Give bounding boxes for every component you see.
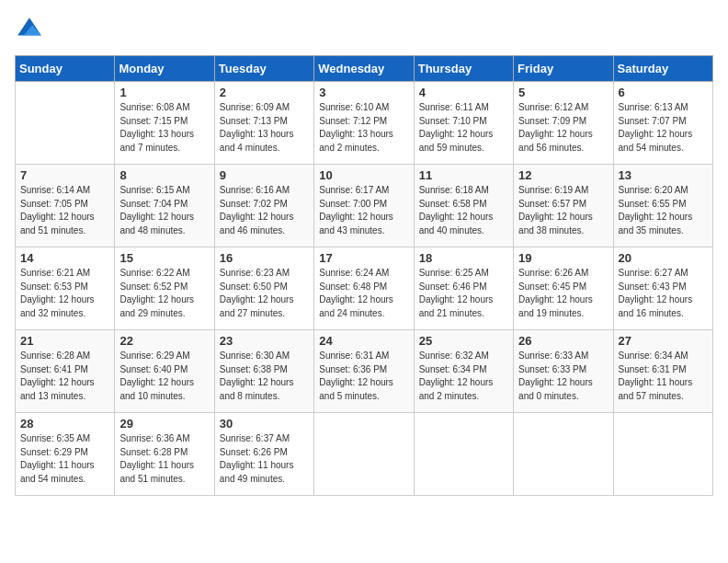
day-number: 30	[220, 417, 309, 431]
day-number: 28	[20, 417, 109, 431]
cell-info: Sunrise: 6:30 AM Sunset: 6:38 PM Dayligh…	[220, 350, 309, 403]
day-number: 11	[419, 168, 508, 182]
day-number: 8	[119, 168, 209, 182]
col-header-saturday: Saturday	[613, 56, 712, 82]
day-number: 27	[619, 334, 708, 348]
day-number: 18	[419, 251, 508, 265]
calendar-cell: 12Sunrise: 6:19 AM Sunset: 6:57 PM Dayli…	[514, 165, 613, 247]
calendar-cell	[414, 413, 513, 496]
calendar-cell: 29Sunrise: 6:36 AM Sunset: 6:28 PM Dayli…	[115, 413, 214, 496]
cell-info: Sunrise: 6:34 AM Sunset: 6:31 PM Dayligh…	[619, 350, 708, 403]
cell-info: Sunrise: 6:18 AM Sunset: 6:58 PM Dayligh…	[419, 184, 508, 237]
calendar-cell: 5Sunrise: 6:12 AM Sunset: 7:09 PM Daylig…	[514, 82, 613, 165]
cell-info: Sunrise: 6:12 AM Sunset: 7:09 PM Dayligh…	[518, 101, 608, 155]
cell-info: Sunrise: 6:28 AM Sunset: 6:41 PM Dayligh…	[20, 350, 109, 403]
calendar-cell: 16Sunrise: 6:23 AM Sunset: 6:50 PM Dayli…	[214, 247, 313, 330]
cell-info: Sunrise: 6:23 AM Sunset: 6:50 PM Dayligh…	[220, 267, 309, 320]
calendar-cell	[514, 413, 613, 496]
calendar-cell: 10Sunrise: 6:17 AM Sunset: 7:00 PM Dayli…	[314, 165, 414, 247]
calendar-cell: 18Sunrise: 6:25 AM Sunset: 6:46 PM Dayli…	[414, 247, 513, 330]
day-number: 23	[220, 334, 309, 348]
calendar-cell: 20Sunrise: 6:27 AM Sunset: 6:43 PM Dayli…	[613, 247, 712, 330]
col-header-thursday: Thursday	[414, 56, 513, 82]
calendar-cell: 24Sunrise: 6:31 AM Sunset: 6:36 PM Dayli…	[314, 330, 414, 413]
day-number: 26	[518, 334, 608, 348]
calendar-cell: 26Sunrise: 6:33 AM Sunset: 6:33 PM Dayli…	[514, 330, 613, 413]
cell-info: Sunrise: 6:22 AM Sunset: 6:52 PM Dayligh…	[119, 267, 209, 320]
day-number: 10	[319, 168, 408, 182]
day-number: 16	[220, 251, 309, 265]
day-number: 6	[619, 86, 708, 99]
day-number: 15	[119, 251, 209, 265]
calendar-cell: 3Sunrise: 6:10 AM Sunset: 7:12 PM Daylig…	[314, 82, 414, 165]
day-number: 20	[619, 251, 708, 265]
calendar-cell: 7Sunrise: 6:14 AM Sunset: 7:05 PM Daylig…	[16, 165, 115, 247]
day-number: 24	[319, 334, 408, 348]
day-number: 22	[119, 334, 209, 348]
day-number: 1	[119, 86, 209, 99]
calendar-week-1: 1Sunrise: 6:08 AM Sunset: 7:15 PM Daylig…	[16, 82, 713, 165]
cell-info: Sunrise: 6:26 AM Sunset: 6:45 PM Dayligh…	[518, 267, 608, 320]
day-number: 12	[518, 168, 608, 182]
day-number: 2	[220, 86, 309, 99]
calendar-cell: 27Sunrise: 6:34 AM Sunset: 6:31 PM Dayli…	[613, 330, 712, 413]
day-number: 25	[419, 334, 508, 348]
day-number: 17	[319, 251, 408, 265]
cell-info: Sunrise: 6:21 AM Sunset: 6:53 PM Dayligh…	[20, 267, 109, 320]
calendar-cell: 1Sunrise: 6:08 AM Sunset: 7:15 PM Daylig…	[115, 82, 214, 165]
col-header-friday: Friday	[514, 56, 613, 82]
calendar-cell: 11Sunrise: 6:18 AM Sunset: 6:58 PM Dayli…	[414, 165, 513, 247]
calendar-table: SundayMondayTuesdayWednesdayThursdayFrid…	[15, 55, 713, 496]
calendar-cell	[314, 413, 414, 496]
cell-info: Sunrise: 6:13 AM Sunset: 7:07 PM Dayligh…	[619, 101, 708, 155]
cell-info: Sunrise: 6:24 AM Sunset: 6:48 PM Dayligh…	[319, 267, 408, 320]
cell-info: Sunrise: 6:08 AM Sunset: 7:15 PM Dayligh…	[119, 101, 209, 155]
cell-info: Sunrise: 6:31 AM Sunset: 6:36 PM Dayligh…	[319, 350, 408, 403]
logo	[15, 15, 50, 44]
header	[15, 15, 713, 44]
logo-icon	[15, 15, 44, 44]
day-number: 5	[518, 86, 608, 99]
calendar-cell: 19Sunrise: 6:26 AM Sunset: 6:45 PM Dayli…	[514, 247, 613, 330]
calendar-week-5: 28Sunrise: 6:35 AM Sunset: 6:29 PM Dayli…	[16, 413, 713, 496]
calendar-week-3: 14Sunrise: 6:21 AM Sunset: 6:53 PM Dayli…	[16, 247, 713, 330]
cell-info: Sunrise: 6:35 AM Sunset: 6:29 PM Dayligh…	[20, 432, 109, 486]
col-header-monday: Monday	[115, 56, 214, 82]
day-number: 3	[319, 86, 408, 99]
calendar-cell: 22Sunrise: 6:29 AM Sunset: 6:40 PM Dayli…	[115, 330, 214, 413]
calendar-cell: 2Sunrise: 6:09 AM Sunset: 7:13 PM Daylig…	[214, 82, 313, 165]
calendar-cell: 6Sunrise: 6:13 AM Sunset: 7:07 PM Daylig…	[613, 82, 712, 165]
calendar-cell: 23Sunrise: 6:30 AM Sunset: 6:38 PM Dayli…	[214, 330, 313, 413]
col-header-tuesday: Tuesday	[214, 56, 313, 82]
cell-info: Sunrise: 6:37 AM Sunset: 6:26 PM Dayligh…	[220, 432, 309, 486]
cell-info: Sunrise: 6:09 AM Sunset: 7:13 PM Dayligh…	[220, 101, 309, 155]
day-number: 29	[119, 417, 209, 431]
cell-info: Sunrise: 6:10 AM Sunset: 7:12 PM Dayligh…	[319, 101, 408, 155]
cell-info: Sunrise: 6:20 AM Sunset: 6:55 PM Dayligh…	[619, 184, 708, 237]
calendar-cell: 21Sunrise: 6:28 AM Sunset: 6:41 PM Dayli…	[16, 330, 115, 413]
cell-info: Sunrise: 6:27 AM Sunset: 6:43 PM Dayligh…	[619, 267, 708, 320]
calendar-cell	[613, 413, 712, 496]
cell-info: Sunrise: 6:36 AM Sunset: 6:28 PM Dayligh…	[119, 432, 209, 486]
day-number: 7	[20, 168, 109, 182]
calendar-week-2: 7Sunrise: 6:14 AM Sunset: 7:05 PM Daylig…	[16, 165, 713, 247]
day-number: 21	[20, 334, 109, 348]
day-number: 14	[20, 251, 109, 265]
day-number: 4	[419, 86, 508, 99]
day-number: 13	[619, 168, 708, 182]
calendar-cell: 9Sunrise: 6:16 AM Sunset: 7:02 PM Daylig…	[214, 165, 313, 247]
cell-info: Sunrise: 6:25 AM Sunset: 6:46 PM Dayligh…	[419, 267, 508, 320]
calendar-cell: 25Sunrise: 6:32 AM Sunset: 6:34 PM Dayli…	[414, 330, 513, 413]
day-number: 19	[518, 251, 608, 265]
calendar-cell: 17Sunrise: 6:24 AM Sunset: 6:48 PM Dayli…	[314, 247, 414, 330]
col-header-wednesday: Wednesday	[314, 56, 414, 82]
cell-info: Sunrise: 6:29 AM Sunset: 6:40 PM Dayligh…	[119, 350, 209, 403]
calendar-week-4: 21Sunrise: 6:28 AM Sunset: 6:41 PM Dayli…	[16, 330, 713, 413]
cell-info: Sunrise: 6:11 AM Sunset: 7:10 PM Dayligh…	[419, 101, 508, 155]
calendar-cell: 14Sunrise: 6:21 AM Sunset: 6:53 PM Dayli…	[16, 247, 115, 330]
calendar-cell: 15Sunrise: 6:22 AM Sunset: 6:52 PM Dayli…	[115, 247, 214, 330]
cell-info: Sunrise: 6:17 AM Sunset: 7:00 PM Dayligh…	[319, 184, 408, 237]
calendar-cell: 4Sunrise: 6:11 AM Sunset: 7:10 PM Daylig…	[414, 82, 513, 165]
cell-info: Sunrise: 6:14 AM Sunset: 7:05 PM Dayligh…	[20, 184, 109, 237]
calendar-cell	[16, 82, 115, 165]
